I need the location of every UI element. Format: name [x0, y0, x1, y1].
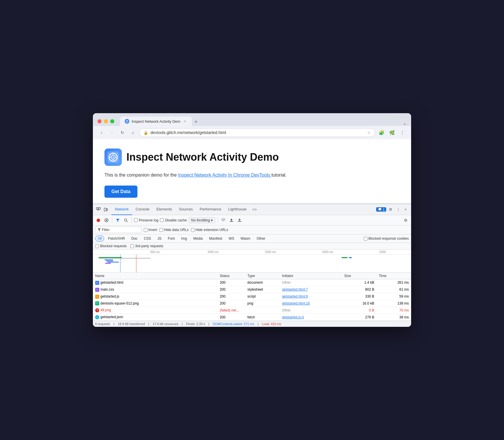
table-row[interactable]: Pdevtools-square-512.png 200 png getstar… — [93, 300, 411, 307]
header-time[interactable]: Time — [376, 273, 411, 279]
more-tabs-button[interactable]: >> — [250, 207, 259, 212]
filter-fetch-xhr[interactable]: Fetch/XHR — [105, 236, 128, 241]
devtools-link[interactable]: Inspect Network Activity In Chrome DevTo… — [178, 173, 271, 177]
browser-tab[interactable]: Inspect Network Activity Dem × — [120, 117, 192, 126]
third-party-checkbox[interactable]: 3rd-party requests — [130, 244, 163, 248]
menu-button[interactable]: ⋮ — [398, 129, 406, 137]
header-name[interactable]: Name — [93, 273, 217, 279]
cell-initiator[interactable]: getstarted.html:7 — [280, 286, 342, 293]
cell-size: 16.0 kB — [342, 300, 377, 307]
header-type[interactable]: Type — [245, 273, 280, 279]
new-tab-button[interactable]: + — [192, 118, 200, 126]
filter-font[interactable]: Font — [165, 236, 177, 241]
tab-expand-button[interactable]: ⌄ — [403, 120, 406, 126]
inspector-icon[interactable] — [95, 206, 102, 213]
svg-rect-26 — [239, 219, 240, 220]
invert-checkbox[interactable]: Invert — [144, 228, 157, 232]
filter-other[interactable]: Other — [254, 236, 268, 241]
reload-button[interactable]: ↻ — [118, 129, 126, 137]
profile-button[interactable]: 🌿 — [388, 129, 396, 137]
table-row[interactable]: {}getstarted.json 200 fetch getstarted.j… — [93, 314, 411, 321]
filter-all[interactable]: All — [95, 236, 104, 241]
filter-toggle-button[interactable] — [115, 217, 121, 223]
search-button[interactable] — [123, 217, 129, 223]
cell-type: fetch — [245, 314, 280, 321]
filter-img[interactable]: Img — [179, 236, 190, 241]
header-status[interactable]: Status — [217, 273, 245, 279]
record-stop-button[interactable] — [95, 217, 102, 223]
filter-media[interactable]: Media — [191, 236, 205, 241]
filter-ws[interactable]: WS — [226, 236, 237, 241]
wifi-icon[interactable] — [220, 217, 227, 223]
tab-network[interactable]: Network — [111, 204, 132, 215]
cell-initiator[interactable]: getstarted.js:4 — [280, 314, 342, 321]
table-row[interactable]: Jgetstarted.js 200 script getstarted.htm… — [93, 293, 411, 300]
download-icon[interactable] — [236, 217, 243, 223]
forward-button[interactable]: › — [108, 129, 116, 137]
minimize-button[interactable] — [104, 119, 108, 123]
filter-manifest[interactable]: Manifest — [207, 236, 225, 241]
address-bar[interactable]: 🔒 devtools.glitch.me/network/getstarted.… — [139, 128, 375, 137]
upload-icon[interactable] — [228, 217, 235, 223]
hide-data-urls-checkbox[interactable]: Hide data URLs — [159, 228, 189, 232]
cell-initiator[interactable]: getstarted.html:16 — [280, 300, 342, 307]
type-filters-bar: All Fetch/XHR Doc CSS JS Font Img Media … — [93, 234, 411, 243]
extensions-button[interactable]: 🧩 — [378, 129, 386, 137]
filter-wasm[interactable]: Wasm — [238, 236, 253, 241]
cell-type — [245, 307, 280, 314]
table-row[interactable]: ✕48.png (failed) net... Other 0 B 70 ms — [93, 307, 411, 314]
status-resources: 17.6 kB resources — [153, 322, 179, 326]
devtools-settings-icon[interactable]: ⚙ — [387, 206, 394, 213]
get-data-button[interactable]: Get Data — [104, 186, 137, 198]
cell-time: 138 ms — [376, 300, 411, 307]
table-row[interactable]: Hgetstarted.html 200 document Other 1.4 … — [93, 279, 411, 286]
tab-lighthouse[interactable]: Lighthouse — [225, 204, 250, 215]
status-domcontent: DOMContentLoaded: 271 ms — [213, 322, 254, 326]
header-initiator[interactable]: Initiator — [280, 273, 342, 279]
device-toolbar-icon[interactable] — [103, 206, 109, 213]
home-button[interactable]: ⌂ — [129, 129, 137, 137]
disable-cache-checkbox[interactable]: Disable cache — [160, 218, 187, 222]
cell-name: Jgetstarted.js — [93, 293, 217, 300]
maximize-button[interactable] — [110, 119, 114, 123]
filter-doc[interactable]: Doc — [129, 236, 140, 241]
throttle-dropdown[interactable]: No throttling ▾ — [189, 217, 216, 223]
devtools-tabs: Network Console Elements Sources Perform… — [93, 204, 411, 215]
cell-name: Hgetstarted.html — [93, 279, 217, 286]
devtools-more-icon[interactable]: ⋮ — [395, 206, 401, 213]
svg-rect-30 — [104, 259, 113, 260]
filter-js[interactable]: JS — [155, 236, 164, 241]
console-badge[interactable]: 💬 1 — [376, 207, 386, 212]
tab-console[interactable]: Console — [132, 204, 153, 215]
timeline-tick-2000: 2000 ms — [322, 250, 333, 254]
nav-bar: ‹ › ↻ ⌂ 🔒 devtools.glitch.me/network/get… — [93, 126, 411, 139]
devtools-close-icon[interactable]: × — [402, 206, 409, 213]
address-security-icon: 🔒 — [144, 131, 148, 135]
cell-name: Cmain.css — [93, 286, 217, 293]
tab-sources[interactable]: Sources — [176, 204, 196, 215]
filter-css[interactable]: CSS — [141, 236, 154, 241]
filter-input[interactable]: Filter — [95, 227, 141, 233]
svg-point-5 — [113, 157, 114, 158]
hide-extension-urls-checkbox[interactable]: Hide extension URLs — [191, 228, 228, 232]
status-requests: 6 requests — [95, 322, 110, 326]
close-button[interactable] — [98, 119, 102, 123]
network-settings-icon[interactable]: ⚙ — [402, 217, 409, 223]
status-separator-1: | — [113, 322, 114, 326]
tab-close-button[interactable]: × — [183, 119, 187, 124]
title-bar: Inspect Network Activity Dem × + ⌄ — [93, 113, 411, 126]
table-header-row: Name Status Type Initiator Size Time — [93, 273, 411, 279]
tab-performance[interactable]: Performance — [196, 204, 225, 215]
table-row[interactable]: Cmain.css 200 stylesheet getstarted.html… — [93, 286, 411, 293]
cell-initiator[interactable]: getstarted.html:9 — [280, 293, 342, 300]
clear-button[interactable] — [103, 217, 110, 223]
tab-elements[interactable]: Elements — [153, 204, 175, 215]
back-button[interactable]: ‹ — [98, 129, 106, 137]
traffic-lights — [98, 119, 114, 123]
bookmark-icon[interactable]: ☆ — [367, 130, 371, 135]
svg-rect-36 — [342, 257, 347, 258]
header-size[interactable]: Size — [342, 273, 377, 279]
preserve-log-checkbox[interactable]: Preserve log — [134, 218, 158, 222]
blocked-cookies-checkbox[interactable]: Blocked response cookies — [364, 236, 409, 241]
blocked-requests-checkbox[interactable]: Blocked requests — [95, 244, 127, 248]
